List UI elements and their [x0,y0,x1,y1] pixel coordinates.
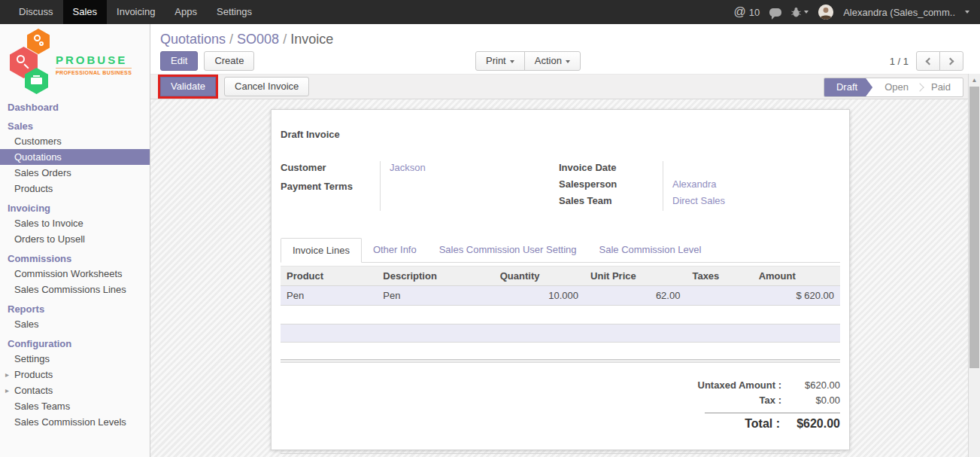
table-row[interactable]: PenPen10.00062.00$ 620.00 [281,286,840,306]
invoice-sheet: Draft Invoice Customer Payment Terms Jac… [271,109,850,450]
invoice-date-label: Invoice Date [559,161,663,178]
topbar-menu-discuss[interactable]: Discuss [9,0,63,24]
invoice-state-title: Draft Invoice [281,129,840,140]
pager-next-button[interactable] [939,51,963,71]
user-menu[interactable]: Alexandra (Sales_comm.. [843,7,955,18]
tab-sale-commission-level[interactable]: Sale Commission Level [588,238,713,262]
salesperson-label: Salesperson [559,178,663,194]
pager-previous-button[interactable] [916,51,940,71]
customer-label: Customer [281,161,380,180]
sidebar-item-quotations[interactable]: Quotations [0,149,150,165]
sidebar-item-sales-to-invoice[interactable]: Sales to Invoice [0,215,150,231]
sidebar-heading-invoicing[interactable]: Invoicing [0,201,150,215]
control-panel: Quotations/SO008/Invoice Edit Create Pri… [150,24,980,74]
caret-right-icon: ▸ [5,369,9,380]
action-dropdown-button[interactable]: Action [524,51,581,71]
pager-buttons [916,51,963,71]
sidebar-item-orders-to-upsell[interactable]: Orders to Upsell [0,231,150,247]
breadcrumb-quotations[interactable]: Quotations [160,32,226,47]
salesperson-value[interactable]: Alexandra [672,178,830,194]
validate-button[interactable]: Validate [160,77,216,96]
chevron-right-icon [947,57,954,65]
cell-quantity: 10.000 [494,286,584,306]
cell-product: Pen [281,286,377,306]
status-step-open[interactable]: Open [872,78,921,96]
cell-unit-price: 62.00 [584,286,686,306]
column-header-product: Product [281,267,377,286]
tab-sales-commission-user-setting[interactable]: Sales Commission User Setting [428,238,588,262]
column-header-quantity: Quantity [494,267,584,286]
sidebar-heading-sales[interactable]: Sales [0,119,150,133]
user-menu-caret-icon[interactable] [965,11,969,14]
untaxed-amount-row: Untaxed Amount : $620.00 [652,379,840,395]
sidebar-item-sales-commissions-lines[interactable]: Sales Commissions Lines [0,282,150,297]
cancel-invoice-button[interactable]: Cancel Invoice [224,77,309,96]
sidebar-item-customers[interactable]: Customers [0,133,150,149]
notebook-tabs: Invoice LinesOther InfoSales Commission … [281,238,840,263]
sidebar-item-settings[interactable]: Settings [0,351,150,367]
total-row: Total : $620.00 [652,417,840,432]
main-area: Quotations/SO008/Invoice Edit Create Pri… [150,24,980,457]
scroll-up-arrow-icon[interactable]: ▲ [969,74,980,86]
sidebar-item-contacts[interactable]: ▸Contacts [0,382,150,398]
topbar-menu-invoicing[interactable]: Invoicing [107,0,165,24]
top-menu-list: DiscussSalesInvoicingAppsSettings [0,0,262,24]
sidebar-item-products[interactable]: Products [0,181,150,197]
pager-counter: 1 / 1 [890,56,909,67]
sidebar-item-sales[interactable]: Sales [0,316,150,332]
print-action-group: Print Action [475,51,581,71]
status-step-paid[interactable]: Paid [919,78,963,96]
chevron-down-icon [566,60,570,63]
invoice-lines-table: ProductDescriptionQuantityUnit PriceTaxe… [281,266,840,306]
pager: 1 / 1 [890,51,963,71]
probuse-logo: PROBUSE PROFESSIONAL BUSINESS [0,28,150,96]
breadcrumb-so008[interactable]: SO008 [237,32,279,47]
validate-highlight-box: Validate [158,75,218,99]
section-separator [281,359,840,363]
table-header-row: ProductDescriptionQuantityUnit PriceTaxe… [281,267,840,286]
debug-menu[interactable] [791,7,809,17]
mentions-counter[interactable]: @ 10 [733,5,760,19]
status-step-draft[interactable]: Draft [824,78,872,96]
create-button[interactable]: Create [204,51,254,71]
tax-row: Tax : $0.00 [652,395,840,410]
sidebar-heading-commissions[interactable]: Commissions [0,251,150,266]
breadcrumb-separator: / [226,32,237,47]
sidebar-item-sales-teams[interactable]: Sales Teams [0,398,150,414]
empty-line-row[interactable] [281,324,840,343]
vertical-scrollbar[interactable]: ▲ [968,74,980,457]
breadcrumb-invoice: Invoice [290,32,333,47]
total-value: $620.00 [780,417,840,431]
total-label: Total : [652,417,780,431]
totals-divider [705,413,840,413]
sales-team-value[interactable]: Direct Sales [672,194,830,211]
avatar[interactable] [818,5,833,20]
print-dropdown-button[interactable]: Print [475,51,525,71]
breadcrumb: Quotations/SO008/Invoice [150,24,980,47]
sidebar-item-products[interactable]: ▸Products [0,367,150,382]
tab-invoice-lines[interactable]: Invoice Lines [281,238,362,263]
customer-value[interactable]: Jackson [390,161,540,180]
sidebar-nav: DashboardSalesCustomersQuotationsSales O… [0,100,150,430]
column-header-unit-price: Unit Price [584,267,686,286]
scrollbar-thumb[interactable] [969,87,979,368]
sidebar-item-commission-worksheets[interactable]: Commission Worksheets [0,266,150,282]
topbar-menu-apps[interactable]: Apps [165,0,207,24]
sidebar-item-sales-orders[interactable]: Sales Orders [0,165,150,181]
topbar-menu-settings[interactable]: Settings [207,0,262,24]
edit-button[interactable]: Edit [160,51,198,71]
cell-taxes [686,286,752,306]
sidebar-heading-dashboard[interactable]: Dashboard [0,100,150,114]
totals-block: Untaxed Amount : $620.00 Tax : $0.00 Tot… [652,379,840,432]
tab-other-info[interactable]: Other Info [362,238,428,262]
sidebar-heading-reports[interactable]: Reports [0,302,150,316]
sidebar-heading-configuration[interactable]: Configuration [0,337,150,351]
column-header-amount: Amount [753,267,840,286]
sheet-bottom-divider [281,453,840,454]
sidebar-item-sales-commission-levels[interactable]: Sales Commission Levels [0,414,150,430]
topbar-menu-sales[interactable]: Sales [63,0,108,24]
chevron-down-icon [510,60,514,63]
invoice-date-value [672,161,830,178]
status-steps: DraftOpenPaid [824,78,963,97]
messages-icon[interactable] [769,8,781,17]
